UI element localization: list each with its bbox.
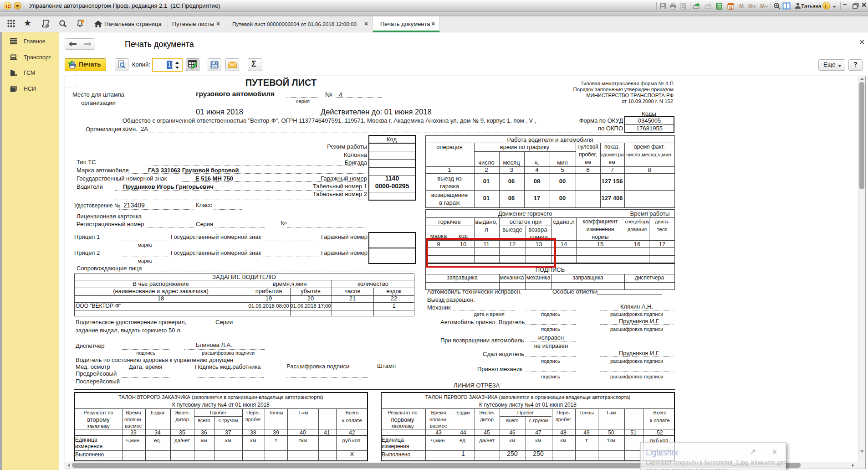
- svg-text:31: 31: [729, 5, 732, 10]
